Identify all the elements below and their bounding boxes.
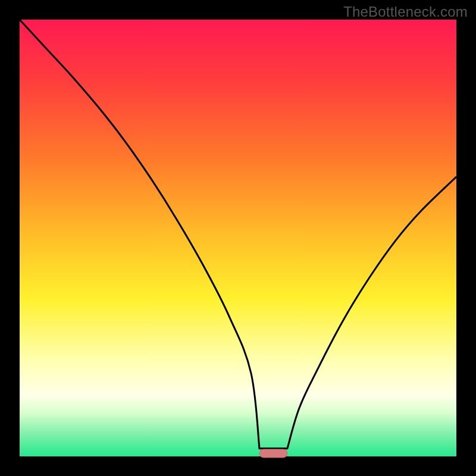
watermark-text: TheBottleneck.com xyxy=(343,4,468,20)
bottleneck-chart xyxy=(0,0,476,476)
chart-frame: TheBottleneck.com xyxy=(0,0,476,476)
optimal-marker xyxy=(259,449,287,458)
gradient-background xyxy=(20,20,456,456)
